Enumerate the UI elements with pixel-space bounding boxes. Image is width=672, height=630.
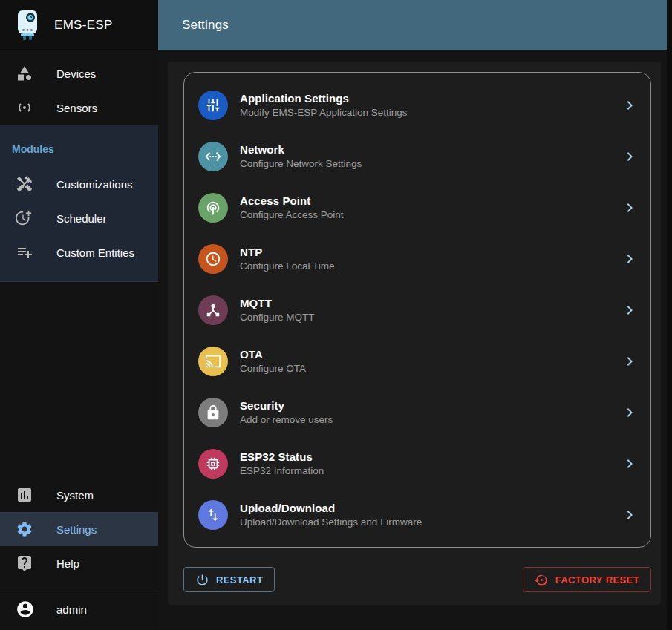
app-title: EMS-ESP bbox=[54, 18, 113, 33]
app-logo-bar: EMS-ESP bbox=[0, 0, 158, 50]
sidebar-item-label: Scheduler bbox=[56, 212, 107, 225]
sidebar-item-system[interactable]: System bbox=[0, 478, 158, 512]
construction-icon bbox=[16, 175, 33, 193]
assessment-icon bbox=[16, 486, 33, 504]
backup-restore-icon bbox=[535, 573, 549, 587]
sidebar-item-label: Sensors bbox=[56, 102, 97, 114]
actions-row: RESTART FACTORY RESET bbox=[183, 567, 651, 592]
ems-esp-app: EMS-ESP Devices Sensors Modules bbox=[0, 0, 672, 630]
sidebar-item-scheduler[interactable]: Scheduler bbox=[0, 201, 158, 235]
chevron-right-icon bbox=[621, 506, 639, 524]
sidebar-item-devices[interactable]: Devices bbox=[0, 56, 158, 91]
settings-item-mqtt[interactable]: MQTT Configure MQTT bbox=[184, 284, 650, 335]
sidebar-item-label: System bbox=[56, 489, 94, 502]
sidebar-item-settings[interactable]: Settings bbox=[0, 512, 158, 546]
settings-item-upload-download[interactable]: Upload/Download Upload/Download Settings… bbox=[184, 489, 650, 540]
item-subtitle: Configure OTA bbox=[240, 363, 306, 374]
item-subtitle: Configure Network Settings bbox=[240, 158, 362, 169]
playlist-add-icon bbox=[16, 243, 33, 261]
lock-icon bbox=[198, 398, 228, 427]
chevron-right-icon bbox=[621, 250, 639, 268]
chevron-right-icon bbox=[621, 301, 639, 319]
username-label: admin bbox=[56, 603, 87, 616]
item-subtitle: Configure Local Time bbox=[240, 260, 335, 272]
sidebar-item-sensors[interactable]: Sensors bbox=[0, 91, 158, 125]
chevron-right-icon bbox=[621, 404, 639, 421]
category-icon bbox=[16, 65, 33, 82]
sidebar-item-custom-entities[interactable]: Custom Entities bbox=[0, 235, 158, 269]
item-title: Security bbox=[240, 399, 333, 412]
import-export-icon bbox=[198, 500, 228, 530]
chevron-right-icon bbox=[621, 199, 639, 217]
wifi-tethering-icon bbox=[198, 193, 228, 223]
sidebar-item-label: Devices bbox=[56, 68, 96, 80]
item-subtitle: Upload/Download Settings and Firmware bbox=[240, 516, 422, 528]
item-title: NTP bbox=[240, 246, 335, 258]
sidebar: EMS-ESP Devices Sensors Modules bbox=[0, 0, 158, 630]
modules-section: Modules Customizations Scheduler bbox=[0, 125, 158, 282]
sidebar-item-help[interactable]: Help bbox=[0, 546, 158, 580]
item-title: MQTT bbox=[240, 297, 315, 309]
item-subtitle: Configure Access Point bbox=[240, 209, 344, 220]
factory-reset-button-label: FACTORY RESET bbox=[555, 574, 639, 585]
chevron-right-icon bbox=[621, 455, 639, 473]
cast-icon bbox=[198, 347, 228, 376]
page-appbar: Settings bbox=[158, 0, 667, 50]
gear-icon bbox=[16, 520, 33, 538]
item-title: Application Settings bbox=[240, 92, 408, 105]
item-title: ESP32 Status bbox=[240, 450, 324, 463]
settings-item-network[interactable]: Network Configure Network Settings bbox=[184, 131, 650, 182]
account-circle-icon bbox=[16, 600, 35, 619]
item-title: OTA bbox=[240, 348, 306, 361]
tune-icon bbox=[198, 91, 228, 120]
sidebar-item-label: Custom Entities bbox=[56, 246, 134, 259]
item-subtitle: Modify EMS-ESP Application Settings bbox=[240, 107, 408, 118]
main-area: Settings Application Settings Modify EMS… bbox=[158, 0, 667, 630]
sidebar-nav: Devices Sensors Modules Customizations bbox=[0, 50, 158, 630]
boiler-logo-icon bbox=[15, 9, 40, 42]
settings-item-ntp[interactable]: NTP Configure Local Time bbox=[184, 233, 650, 284]
item-subtitle: Configure MQTT bbox=[240, 312, 315, 323]
settings-card: Application Settings Modify EMS-ESP Appl… bbox=[183, 72, 651, 548]
sidebar-item-label: Settings bbox=[56, 523, 97, 536]
content-area: Application Settings Modify EMS-ESP Appl… bbox=[158, 50, 667, 630]
settings-item-application-settings[interactable]: Application Settings Modify EMS-ESP Appl… bbox=[184, 79, 650, 131]
sidebar-item-customizations[interactable]: Customizations bbox=[0, 167, 158, 201]
device-hub-icon bbox=[198, 295, 228, 325]
sidebar-bottom-group: System Settings Help bbox=[0, 478, 158, 630]
settings-item-access-point[interactable]: Access Point Configure Access Point bbox=[184, 182, 650, 233]
sidebar-item-label: Customizations bbox=[56, 178, 133, 191]
settings-paper: Application Settings Modify EMS-ESP Appl… bbox=[168, 62, 661, 605]
sensors-icon bbox=[16, 99, 33, 117]
chevron-right-icon bbox=[621, 96, 639, 114]
chip-icon bbox=[198, 449, 228, 479]
item-title: Access Point bbox=[240, 194, 344, 207]
sidebar-item-label: Help bbox=[56, 557, 79, 570]
ethernet-icon bbox=[198, 142, 228, 171]
sidebar-item-admin[interactable]: admin bbox=[0, 588, 158, 630]
restart-button-label: RESTART bbox=[216, 574, 263, 585]
clock-icon bbox=[198, 244, 228, 274]
more-time-icon bbox=[16, 209, 33, 227]
item-title: Upload/Download bbox=[240, 502, 422, 514]
item-title: Network bbox=[240, 143, 362, 156]
settings-item-esp32-status[interactable]: ESP32 Status ESP32 Information bbox=[184, 438, 650, 489]
settings-item-security[interactable]: Security Add or remove users bbox=[184, 387, 650, 438]
modules-section-header: Modules bbox=[0, 125, 158, 167]
chevron-right-icon bbox=[621, 352, 639, 370]
restart-button[interactable]: RESTART bbox=[183, 567, 275, 592]
live-help-icon bbox=[16, 554, 33, 572]
item-subtitle: ESP32 Information bbox=[240, 465, 324, 476]
factory-reset-button[interactable]: FACTORY RESET bbox=[523, 567, 651, 592]
chevron-right-icon bbox=[621, 148, 639, 165]
page-title: Settings bbox=[182, 18, 229, 33]
item-subtitle: Add or remove users bbox=[240, 414, 333, 425]
settings-item-ota[interactable]: OTA Configure OTA bbox=[184, 335, 650, 387]
app-frame: EMS-ESP Devices Sensors Modules bbox=[0, 0, 667, 630]
power-icon bbox=[195, 573, 209, 587]
